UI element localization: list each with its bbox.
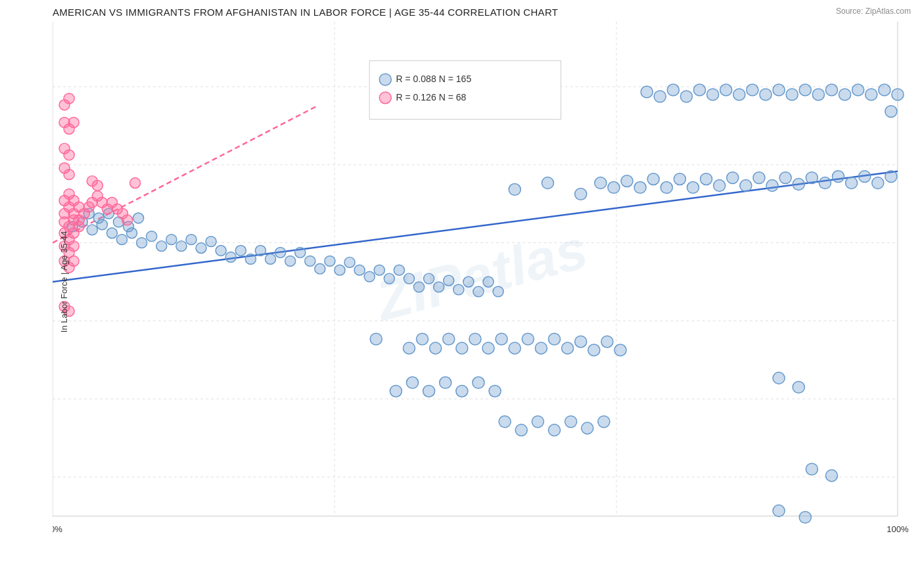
svg-point-72 — [595, 177, 607, 189]
svg-point-80 — [701, 173, 712, 185]
svg-point-113 — [879, 84, 890, 96]
svg-point-92 — [859, 171, 871, 183]
svg-point-81 — [714, 180, 726, 192]
svg-point-146 — [473, 377, 484, 389]
svg-point-122 — [469, 333, 481, 345]
svg-point-79 — [687, 182, 699, 194]
svg-point-125 — [509, 342, 520, 354]
svg-point-35 — [166, 235, 177, 245]
svg-rect-200 — [379, 74, 391, 85]
svg-point-75 — [634, 182, 646, 194]
svg-point-83 — [740, 180, 752, 192]
svg-point-134 — [499, 416, 511, 428]
svg-point-78 — [674, 173, 685, 185]
svg-point-137 — [548, 424, 560, 436]
svg-point-121 — [456, 342, 468, 354]
svg-point-71 — [575, 188, 587, 200]
svg-point-44 — [255, 246, 266, 256]
svg-point-153 — [799, 511, 811, 523]
svg-point-53 — [344, 257, 355, 267]
svg-point-152 — [773, 505, 785, 517]
svg-point-39 — [206, 237, 216, 247]
svg-point-144 — [440, 377, 451, 389]
svg-point-195 — [92, 181, 103, 191]
svg-point-193 — [64, 169, 74, 180]
svg-point-176 — [68, 256, 79, 266]
svg-point-98 — [680, 91, 692, 102]
svg-point-138 — [565, 416, 577, 428]
svg-point-115 — [885, 106, 897, 118]
svg-point-45 — [265, 254, 275, 264]
svg-point-111 — [852, 84, 864, 96]
svg-text:R =  0.126   N =  68: R = 0.126 N = 68 — [396, 92, 466, 102]
svg-point-128 — [548, 333, 560, 345]
svg-point-54 — [354, 265, 365, 275]
svg-point-149 — [793, 381, 804, 393]
svg-point-24 — [93, 213, 104, 223]
svg-point-40 — [216, 246, 226, 256]
svg-point-33 — [147, 231, 157, 242]
svg-point-96 — [654, 91, 666, 102]
svg-point-107 — [799, 84, 811, 96]
svg-point-104 — [760, 89, 772, 101]
svg-point-186 — [64, 93, 74, 104]
chart-container: AMERICAN VS IMMIGRANTS FROM AFGHANISTAN … — [0, 0, 924, 586]
svg-point-90 — [832, 171, 844, 183]
svg-point-191 — [64, 150, 74, 160]
svg-point-77 — [660, 182, 672, 194]
svg-line-18 — [53, 106, 317, 243]
svg-point-74 — [621, 175, 633, 187]
svg-point-170 — [74, 221, 84, 232]
svg-point-34 — [156, 241, 167, 252]
svg-point-51 — [325, 256, 335, 266]
svg-point-139 — [582, 422, 593, 434]
svg-point-112 — [866, 89, 877, 101]
svg-point-105 — [773, 84, 785, 96]
svg-point-141 — [390, 385, 402, 397]
svg-point-89 — [819, 177, 831, 189]
svg-point-124 — [496, 333, 507, 345]
svg-point-117 — [403, 342, 415, 354]
svg-rect-202 — [379, 92, 391, 104]
svg-point-42 — [235, 246, 246, 256]
svg-point-82 — [727, 172, 739, 184]
svg-point-106 — [786, 89, 798, 101]
svg-point-196 — [130, 178, 141, 189]
svg-point-50 — [315, 263, 325, 274]
svg-point-38 — [196, 243, 206, 254]
svg-point-88 — [806, 172, 818, 184]
svg-point-48 — [295, 248, 306, 258]
svg-point-41 — [225, 252, 236, 262]
svg-point-100 — [707, 89, 719, 101]
svg-point-118 — [417, 333, 428, 345]
svg-point-47 — [285, 256, 296, 266]
svg-point-69 — [509, 184, 520, 196]
svg-point-143 — [423, 385, 435, 397]
svg-point-130 — [575, 336, 587, 348]
chart-area: In Labor Force | Age 35-44 100.0% 85.0% … — [53, 22, 911, 542]
svg-text:ZIPatlas: ZIPatlas — [368, 217, 593, 332]
svg-point-49 — [305, 256, 315, 266]
svg-point-120 — [443, 333, 455, 345]
svg-point-52 — [335, 265, 345, 275]
svg-point-123 — [482, 342, 494, 354]
svg-point-97 — [667, 84, 679, 96]
svg-point-189 — [68, 118, 79, 128]
svg-point-101 — [720, 84, 732, 96]
svg-point-135 — [515, 424, 527, 436]
svg-point-142 — [406, 377, 418, 389]
svg-point-32 — [137, 238, 147, 248]
svg-point-108 — [812, 89, 824, 101]
svg-point-87 — [793, 179, 804, 191]
svg-point-129 — [562, 342, 574, 354]
svg-point-30 — [116, 235, 127, 245]
svg-point-36 — [176, 241, 187, 252]
svg-point-103 — [747, 84, 758, 96]
svg-point-184 — [122, 215, 132, 225]
svg-point-95 — [641, 86, 653, 98]
svg-point-91 — [846, 177, 858, 189]
svg-point-94 — [885, 171, 897, 183]
svg-text:R = 0.088   N = 165: R = 0.088 N = 165 — [396, 74, 471, 84]
svg-point-46 — [275, 248, 286, 258]
svg-point-116 — [370, 333, 382, 345]
